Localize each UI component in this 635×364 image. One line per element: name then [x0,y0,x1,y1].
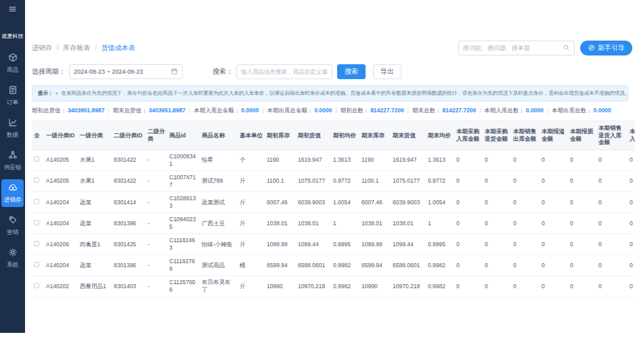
table-container: 全一级分类ID一级分类二级分类ID二级分类商品id商品名称基本单位期初库存期初货… [32,120,635,298]
table-cell: 0 [511,170,540,191]
table-cell: 1099.44 [296,234,331,255]
table-cell: 1100.1 [359,170,391,191]
column-header: 商品名称 [200,121,238,150]
sidebar-item-label: 商品 [7,66,18,74]
table-cell: 0 [568,150,596,170]
row-checkbox[interactable] [34,283,39,288]
date-range-picker[interactable]: 2024-08-23 ~ 2024-08-23 [69,64,183,79]
table-cell: 斤 [238,192,265,213]
global-search-input[interactable] [463,45,563,51]
table-cell: 1099.99 [359,234,391,255]
summary-label: 期初总货值： [32,107,66,114]
summary-separator: | [108,107,109,114]
product-search-input[interactable] [236,64,332,79]
row-checkbox[interactable] [34,177,39,183]
table-cell: 0 [540,255,568,276]
export-button[interactable]: 导出 [373,64,401,79]
table-cell: 0 [596,276,628,297]
table-cell: 布贝布灵布丁 [200,276,238,297]
table-cell: A140202 [44,276,78,297]
data-icon [8,118,18,130]
row-checkbox[interactable] [34,156,39,162]
table-cell: 个 [238,150,265,170]
table-cell: A140204 [44,213,78,234]
table-cell: 6007.46 [265,192,296,213]
column-header: 本期报损金额 [568,121,596,150]
row-checkbox[interactable] [34,199,39,204]
table-cell: C11182766 [167,255,200,276]
column-header: 本期销售出库金额 [511,121,540,150]
summary-separator: | [547,107,548,114]
column-header: 一级分类ID [44,121,78,150]
table-cell: 0 [596,255,628,276]
column-header: 本期采购退货金额 [483,121,511,150]
table-cell: 8301422 [112,150,146,170]
table-cell: 0 [596,150,628,170]
sidebar-item-inventory[interactable]: 进销存 [1,179,24,207]
breadcrumb-item-module[interactable]: 进销存 [32,44,52,51]
table-cell: 0 [483,276,511,297]
row-checkbox[interactable] [34,220,39,225]
table-cell: 1075.0177 [391,170,426,191]
column-header: 一级分类 [78,121,112,150]
row-checkbox[interactable] [34,241,39,246]
sidebar-item-goods[interactable]: 商品 [1,49,24,77]
table-cell: 广西土豆 [200,213,238,234]
table-cell: 0 [454,276,483,297]
table-cell: C10074717 [167,170,200,191]
table-row: A140202西餐用品18301403-C11257606布贝布灵布丁斤1099… [32,276,635,297]
table-cell: 1038.01 [265,213,296,234]
summary-label: 期初总数： [341,107,370,114]
table-cell: 蔬菜 [78,255,112,276]
beginner-guide-button[interactable]: 新手引导 [580,41,632,55]
table-cell: 桶 [238,255,265,276]
column-header: 本期采购入库金额 [454,121,483,150]
sidebar-item-orders[interactable]: 订单 [1,82,24,110]
table-cell: 6039.9003 [391,192,426,213]
table-cell: - [146,276,167,297]
table-cell: 6588.0601 [296,255,331,276]
table-cell: 1075.0177 [296,170,331,191]
sidebar-item-system[interactable]: 系统 [1,244,24,272]
summary-value: 0.0000 [526,107,544,114]
summary-label: 本期入库总金额： [194,107,240,114]
table-cell: 6588.0601 [391,255,426,276]
table-cell: 0 [568,213,596,234]
row-checkbox[interactable] [34,262,39,267]
table-row: A140206肉禽蛋18301425-C11182463怡味-小鲫鱼斤1099.… [32,234,635,255]
summary-value: 3403951.8987 [149,107,185,114]
summary-value: 0.0000 [241,107,259,114]
table-cell: C11182463 [167,234,200,255]
notice-prefix: 提示： [38,90,53,96]
select-all-header[interactable]: 全 [32,121,44,150]
breadcrumb-item-section[interactable]: 库存账表 [63,44,90,51]
table-cell: 0 [483,213,511,234]
table-cell: 水果1 [78,170,112,191]
table-cell: 0 [454,150,483,170]
search-icon[interactable] [563,42,570,54]
table-cell: 西餐用品1 [78,276,112,297]
table-row: A140205水果18301422-C10074717测试789斤1100.11… [32,170,635,191]
table-row: A140204蔬菜8301396-C10940235广西土豆斤1038.0110… [32,213,635,234]
table-cell: 0 [454,234,483,255]
table-cell: C10289133 [167,192,200,213]
table-cell: 0 [540,234,568,255]
column-header: 二级分类ID [112,121,146,150]
table-cell: 斤 [238,276,265,297]
breadcrumb-separator: / [95,44,97,51]
column-header: 期初货值 [296,121,331,150]
menu-toggle-button[interactable] [8,4,17,16]
table-cell: 6599.94 [265,255,296,276]
table-cell: - [146,255,167,276]
table-cell: 0 [568,170,596,191]
table-cell: 0.9772 [331,170,359,191]
table-cell: 测试789 [200,170,238,191]
table-cell: 0 [568,255,596,276]
sidebar-item-marketing[interactable]: 营销 [1,212,24,240]
sidebar-item-supply-chain[interactable]: 供应链 [1,147,24,175]
table-cell: A140205 [44,170,78,191]
table-cell: 测试商品 [200,255,238,276]
sidebar-item-data[interactable]: 数据 [1,114,24,142]
column-header: 本期报溢金额 [540,121,568,150]
search-button[interactable]: 搜索 [337,64,366,79]
